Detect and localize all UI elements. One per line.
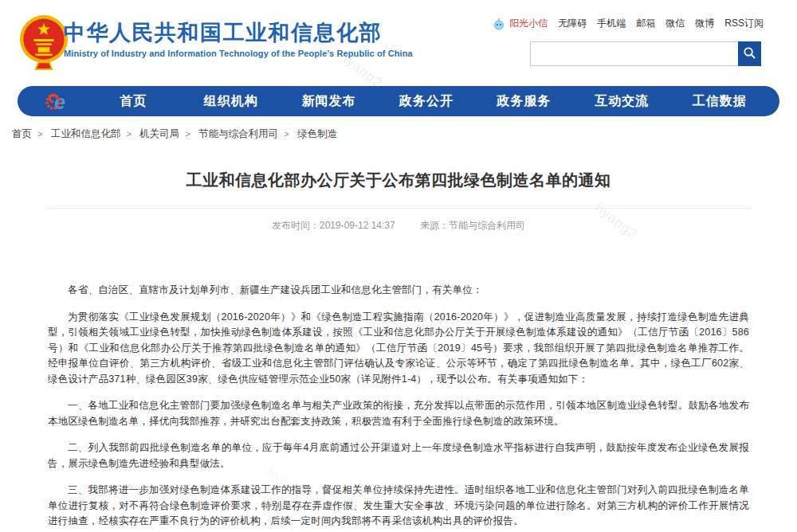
nav-item[interactable]: 组织机构 [183,86,281,116]
breadcrumb-item[interactable]: 机关司局 [139,128,195,139]
search-icon [743,46,756,62]
search-input[interactable] [530,41,738,66]
nav-item[interactable]: 政务公开 [378,86,476,116]
article-paragraph: 一、各地工业和信息化主管部门要加强绿色制造名单与相关产业政策的衔接，充分发挥以点… [48,398,749,429]
site-header: 中华人民共和国工业和信息化部 Ministry of Industry and … [0,0,797,80]
quick-link[interactable]: 阳光小信 [509,17,548,30]
article-body: 各省、自治区、直辖市及计划单列市、新疆生产建设兵团工业和信息化主管部门，有关单位… [48,283,749,530]
nav-item[interactable]: 工信数据 [670,86,768,116]
nav-item[interactable]: 新闻发布 [280,86,378,116]
site-subtitle: Ministry of Industry and Information Tec… [64,49,413,58]
main-navigation: e 首页 组织机构 新闻发布 政务公开 政务服务 互动交流 工信数据 [18,86,779,116]
breadcrumb-item[interactable]: 绿色制造 [297,128,337,139]
breadcrumb-item[interactable]: 工业和信息化部 [51,128,137,139]
article-paragraph: 二、列入我部前四批绿色制造名单的单位，应于每年4月底前通过公开渠道对上一年度绿色… [48,440,749,471]
sunshine-assistant-icon [493,18,505,30]
nav-list: 首页 组织机构 新闻发布 政务公开 政务服务 互动交流 工信数据 [70,86,779,116]
site-title: 中华人民共和国工业和信息化部 [64,20,413,45]
breadcrumb-item[interactable]: 节能与综合利用司 [198,128,294,139]
article-source: 来源：节能与综合利用司 [420,220,525,231]
quick-link[interactable]: 无障碍 [558,17,587,30]
quick-link[interactable]: 手机端 [597,17,626,30]
search-bar [530,41,761,66]
article-title: 工业和信息化部办公厅关于公布第四批绿色制造名单的通知 [48,170,749,191]
article-paragraph: 为贯彻落实《工业绿色发展规划（2016-2020年）》和《绿色制造工程实施指南（… [48,310,749,388]
quick-link[interactable]: 微信 [665,17,685,30]
title-divider [46,208,751,209]
miit-logo-icon[interactable]: e [45,90,70,112]
nav-item[interactable]: 首页 [84,86,183,116]
search-button[interactable] [738,41,761,66]
article-meta: 发布时间：2019-09-12 14:37 来源：节能与综合利用司 [0,219,797,233]
nav-item[interactable]: 政务服务 [475,86,573,116]
site-brand: 中华人民共和国工业和信息化部 Ministry of Industry and … [64,20,413,58]
article-paragraph: 各省、自治区、直辖市及计划单列市、新疆生产建设兵团工业和信息化主管部门，有关单位… [48,283,749,299]
quick-links-list: 阳光小信 无障碍 手机端 邮箱 微信 微博 RSS订阅 [509,17,764,30]
national-emblem-icon [19,14,69,71]
breadcrumb-item[interactable]: 首页 [12,128,48,139]
nav-item[interactable]: 互动交流 [573,86,671,116]
breadcrumb: 首页 工业和信息化部 机关司局 节能与综合利用司 绿色制造 [12,127,797,141]
quick-link[interactable]: 微博 [695,17,714,30]
quick-links: 阳光小信 无障碍 手机端 邮箱 微信 微博 RSS订阅 [493,17,764,30]
quick-link[interactable]: 邮箱 [636,17,655,30]
article-paragraph: 三、我部将进一步加强对绿色制造体系建设工作的指导，督促相关单位持续保持先进性。适… [48,483,749,530]
publish-time: 发布时间：2019-09-12 14:37 [272,220,395,231]
quick-link[interactable]: RSS订阅 [724,17,764,30]
